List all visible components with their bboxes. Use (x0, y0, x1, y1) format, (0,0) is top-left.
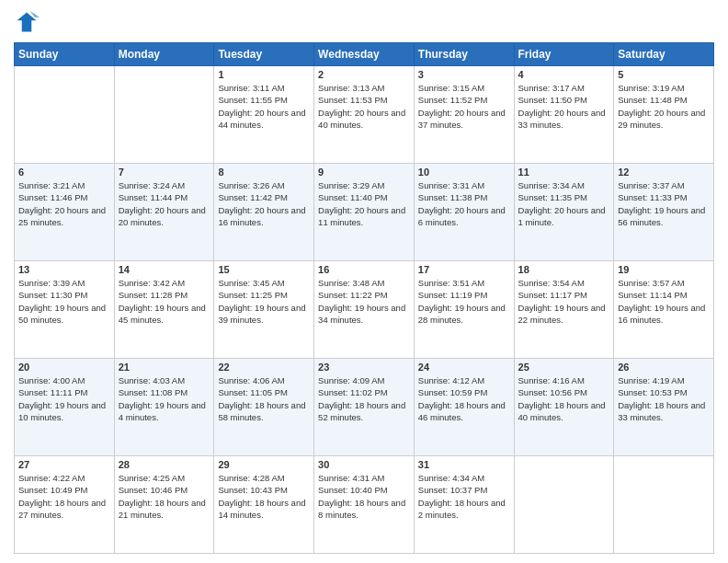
weekday-header-friday: Friday (514, 43, 614, 66)
day-number: 8 (218, 167, 310, 178)
day-number: 31 (418, 459, 510, 470)
day-info: Sunrise: 3:48 AM Sunset: 11:22 PM Daylig… (318, 277, 410, 326)
day-cell-24: 24Sunrise: 4:12 AM Sunset: 10:59 PM Dayl… (414, 359, 514, 456)
day-number: 18 (518, 264, 610, 275)
day-info: Sunrise: 4:22 AM Sunset: 10:49 PM Daylig… (18, 472, 110, 521)
day-info: Sunrise: 4:25 AM Sunset: 10:46 PM Daylig… (119, 472, 210, 521)
day-number: 14 (119, 264, 210, 275)
day-info: Sunrise: 3:13 AM Sunset: 11:53 PM Daylig… (318, 82, 410, 131)
day-cell-15: 15Sunrise: 3:45 AM Sunset: 11:25 PM Dayl… (214, 261, 314, 359)
day-cell-30: 30Sunrise: 4:31 AM Sunset: 10:40 PM Dayl… (314, 456, 415, 554)
day-info: Sunrise: 4:06 AM Sunset: 11:05 PM Daylig… (218, 374, 310, 423)
day-cell-1: 1Sunrise: 3:11 AM Sunset: 11:55 PM Dayli… (214, 66, 314, 164)
day-cell-26: 26Sunrise: 4:19 AM Sunset: 10:53 PM Dayl… (614, 359, 714, 456)
svg-marker-1 (30, 11, 40, 17)
day-number: 28 (119, 459, 210, 470)
day-cell-13: 13Sunrise: 3:39 AM Sunset: 11:30 PM Dayl… (15, 261, 115, 359)
day-number: 22 (218, 362, 310, 373)
logo (14, 9, 43, 35)
day-info: Sunrise: 4:16 AM Sunset: 10:56 PM Daylig… (518, 374, 610, 423)
day-cell-22: 22Sunrise: 4:06 AM Sunset: 11:05 PM Dayl… (214, 359, 314, 456)
day-number: 1 (218, 69, 310, 80)
day-number: 16 (318, 264, 410, 275)
day-cell-27: 27Sunrise: 4:22 AM Sunset: 10:49 PM Dayl… (15, 456, 115, 554)
page: SundayMondayTuesdayWednesdayThursdayFrid… (0, 0, 728, 563)
day-cell-28: 28Sunrise: 4:25 AM Sunset: 10:46 PM Dayl… (114, 456, 214, 554)
day-cell-8: 8Sunrise: 3:26 AM Sunset: 11:42 PM Dayli… (214, 164, 314, 261)
day-cell-29: 29Sunrise: 4:28 AM Sunset: 10:43 PM Dayl… (214, 456, 314, 554)
day-info: Sunrise: 3:21 AM Sunset: 11:46 PM Daylig… (18, 179, 110, 228)
day-number: 19 (618, 264, 710, 275)
day-info: Sunrise: 3:11 AM Sunset: 11:55 PM Daylig… (218, 82, 310, 131)
day-info: Sunrise: 3:17 AM Sunset: 11:50 PM Daylig… (518, 82, 610, 131)
day-info: Sunrise: 3:45 AM Sunset: 11:25 PM Daylig… (218, 277, 310, 326)
day-info: Sunrise: 4:12 AM Sunset: 10:59 PM Daylig… (418, 374, 510, 423)
empty-cell (114, 66, 214, 164)
day-number: 25 (518, 362, 610, 373)
weekday-header-monday: Monday (114, 43, 214, 66)
day-number: 27 (18, 459, 110, 470)
day-info: Sunrise: 4:28 AM Sunset: 10:43 PM Daylig… (218, 472, 310, 521)
day-info: Sunrise: 4:31 AM Sunset: 10:40 PM Daylig… (318, 472, 410, 521)
day-cell-16: 16Sunrise: 3:48 AM Sunset: 11:22 PM Dayl… (314, 261, 415, 359)
day-info: Sunrise: 3:37 AM Sunset: 11:33 PM Daylig… (618, 179, 710, 228)
day-number: 30 (318, 459, 410, 470)
empty-cell (15, 66, 115, 164)
day-number: 6 (18, 167, 110, 178)
empty-cell (614, 456, 714, 554)
day-cell-14: 14Sunrise: 3:42 AM Sunset: 11:28 PM Dayl… (114, 261, 214, 359)
header (14, 9, 714, 35)
day-number: 4 (518, 69, 610, 80)
day-number: 12 (618, 167, 710, 178)
day-cell-12: 12Sunrise: 3:37 AM Sunset: 11:33 PM Dayl… (614, 164, 714, 261)
day-number: 9 (318, 167, 410, 178)
weekday-header-thursday: Thursday (414, 43, 514, 66)
weekday-header-saturday: Saturday (614, 43, 714, 66)
day-info: Sunrise: 3:34 AM Sunset: 11:35 PM Daylig… (518, 179, 610, 228)
weekday-header-wednesday: Wednesday (314, 43, 415, 66)
day-cell-7: 7Sunrise: 3:24 AM Sunset: 11:44 PM Dayli… (114, 164, 214, 261)
week-row-5: 27Sunrise: 4:22 AM Sunset: 10:49 PM Dayl… (15, 456, 714, 554)
day-number: 3 (418, 69, 510, 80)
day-info: Sunrise: 3:15 AM Sunset: 11:52 PM Daylig… (418, 82, 510, 131)
day-info: Sunrise: 3:54 AM Sunset: 11:17 PM Daylig… (518, 277, 610, 326)
day-number: 29 (218, 459, 310, 470)
day-info: Sunrise: 4:03 AM Sunset: 11:08 PM Daylig… (119, 374, 210, 423)
calendar: SundayMondayTuesdayWednesdayThursdayFrid… (14, 42, 714, 554)
day-info: Sunrise: 3:39 AM Sunset: 11:30 PM Daylig… (18, 277, 110, 326)
day-number: 5 (618, 69, 710, 80)
day-info: Sunrise: 4:09 AM Sunset: 11:02 PM Daylig… (318, 374, 410, 423)
day-cell-31: 31Sunrise: 4:34 AM Sunset: 10:37 PM Dayl… (414, 456, 514, 554)
day-cell-23: 23Sunrise: 4:09 AM Sunset: 11:02 PM Dayl… (314, 359, 415, 456)
day-info: Sunrise: 4:19 AM Sunset: 10:53 PM Daylig… (618, 374, 710, 423)
day-cell-3: 3Sunrise: 3:15 AM Sunset: 11:52 PM Dayli… (414, 66, 514, 164)
day-cell-18: 18Sunrise: 3:54 AM Sunset: 11:17 PM Dayl… (514, 261, 614, 359)
logo-icon (14, 9, 40, 35)
day-cell-10: 10Sunrise: 3:31 AM Sunset: 11:38 PM Dayl… (414, 164, 514, 261)
day-info: Sunrise: 3:57 AM Sunset: 11:14 PM Daylig… (618, 277, 710, 326)
day-number: 2 (318, 69, 410, 80)
day-cell-9: 9Sunrise: 3:29 AM Sunset: 11:40 PM Dayli… (314, 164, 415, 261)
weekday-header-row: SundayMondayTuesdayWednesdayThursdayFrid… (15, 43, 714, 66)
day-cell-6: 6Sunrise: 3:21 AM Sunset: 11:46 PM Dayli… (15, 164, 115, 261)
weekday-header-tuesday: Tuesday (214, 43, 314, 66)
day-number: 17 (418, 264, 510, 275)
week-row-3: 13Sunrise: 3:39 AM Sunset: 11:30 PM Dayl… (15, 261, 714, 359)
week-row-2: 6Sunrise: 3:21 AM Sunset: 11:46 PM Dayli… (15, 164, 714, 261)
day-info: Sunrise: 3:42 AM Sunset: 11:28 PM Daylig… (119, 277, 210, 326)
day-number: 24 (418, 362, 510, 373)
day-cell-2: 2Sunrise: 3:13 AM Sunset: 11:53 PM Dayli… (314, 66, 415, 164)
day-cell-21: 21Sunrise: 4:03 AM Sunset: 11:08 PM Dayl… (114, 359, 214, 456)
day-info: Sunrise: 3:19 AM Sunset: 11:48 PM Daylig… (618, 82, 710, 131)
week-row-4: 20Sunrise: 4:00 AM Sunset: 11:11 PM Dayl… (15, 359, 714, 456)
day-number: 11 (518, 167, 610, 178)
day-number: 13 (18, 264, 110, 275)
day-cell-5: 5Sunrise: 3:19 AM Sunset: 11:48 PM Dayli… (614, 66, 714, 164)
day-cell-17: 17Sunrise: 3:51 AM Sunset: 11:19 PM Dayl… (414, 261, 514, 359)
day-info: Sunrise: 4:00 AM Sunset: 11:11 PM Daylig… (18, 374, 110, 423)
day-info: Sunrise: 3:24 AM Sunset: 11:44 PM Daylig… (119, 179, 210, 228)
day-cell-20: 20Sunrise: 4:00 AM Sunset: 11:11 PM Dayl… (15, 359, 115, 456)
day-info: Sunrise: 3:26 AM Sunset: 11:42 PM Daylig… (218, 179, 310, 228)
day-info: Sunrise: 3:29 AM Sunset: 11:40 PM Daylig… (318, 179, 410, 228)
day-info: Sunrise: 3:51 AM Sunset: 11:19 PM Daylig… (418, 277, 510, 326)
